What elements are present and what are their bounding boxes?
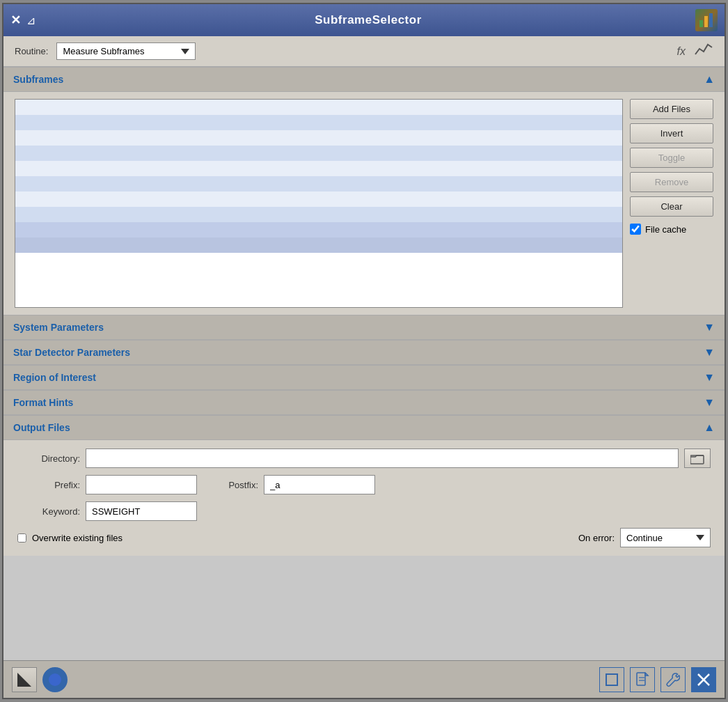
overwrite-checkbox[interactable] (17, 533, 26, 543)
list-item (15, 192, 622, 207)
output-files-arrow: ▲ (704, 421, 715, 434)
file-cache-row: File cache (630, 224, 713, 235)
system-parameters-title: System Parameters (13, 322, 104, 333)
format-hints-title: Format Hints (13, 397, 73, 408)
square-button[interactable] (599, 667, 624, 692)
wrench-button[interactable] (660, 667, 686, 692)
close-button[interactable]: ✕ (10, 13, 21, 28)
routine-select[interactable]: Measure Subframes Output Subframes (56, 42, 196, 60)
window-title: SubframeSelector (41, 13, 695, 27)
star-detector-section-header[interactable]: Star Detector Parameters ▼ (3, 340, 725, 365)
list-item (15, 146, 622, 161)
svg-rect-1 (704, 16, 708, 27)
on-error-label: On error: (578, 533, 615, 543)
postfix-group: Postfix: (216, 475, 375, 494)
svg-rect-0 (699, 20, 703, 27)
region-of-interest-section-header[interactable]: Region of Interest ▼ (3, 365, 725, 390)
list-item (15, 176, 622, 192)
subframes-section-header[interactable]: Subframes ▲ (3, 67, 725, 92)
app-icon (695, 9, 718, 31)
overwrite-label: Overwrite existing files (32, 533, 122, 543)
format-hints-arrow: ▼ (704, 396, 715, 409)
directory-input[interactable] (86, 448, 679, 468)
pin-button[interactable]: ⊿ (26, 14, 35, 27)
system-parameters-section-header[interactable]: System Parameters ▼ (3, 315, 725, 340)
svg-rect-5 (606, 674, 617, 685)
file-cache-checkbox[interactable] (630, 224, 641, 235)
list-item (15, 161, 622, 176)
list-item (15, 100, 622, 115)
keyword-input[interactable] (86, 501, 197, 521)
star-detector-arrow: ▼ (704, 346, 715, 359)
postfix-input[interactable] (264, 475, 375, 494)
record-button[interactable] (42, 667, 68, 692)
output-files-section-header[interactable]: Output Files ▲ (3, 415, 725, 440)
output-files-content: Directory: Prefix: Postfix: (3, 440, 725, 556)
close-expand-button[interactable] (691, 667, 716, 692)
list-item (15, 237, 622, 253)
on-error-select[interactable]: Continue Abort Ask (620, 528, 711, 547)
file-list[interactable] (15, 99, 623, 308)
prefix-label: Prefix: (17, 480, 80, 490)
list-item (15, 130, 622, 146)
overwrite-error-row: Overwrite existing files On error: Conti… (17, 528, 711, 547)
svg-rect-6 (637, 673, 645, 685)
subframes-title: Subframes (13, 74, 63, 85)
arrow-button[interactable] (12, 667, 37, 692)
document-button[interactable] (630, 667, 655, 692)
list-item (15, 207, 622, 222)
prefix-input[interactable] (86, 475, 197, 494)
routine-select-group: Measure Subframes Output Subframes (56, 42, 196, 60)
postfix-label: Postfix: (216, 480, 258, 490)
subframes-buttons: Add Files Invert Toggle Remove Clear Fil… (630, 99, 713, 308)
clear-button[interactable]: Clear (630, 196, 713, 217)
region-of-interest-title: Region of Interest (13, 372, 96, 383)
output-files-title: Output Files (13, 422, 70, 433)
bottom-toolbar (3, 660, 725, 698)
region-of-interest-arrow: ▼ (704, 371, 715, 384)
directory-row: Directory: (17, 448, 711, 468)
toolbar: Routine: Measure Subframes Output Subfra… (3, 36, 725, 67)
list-item (15, 115, 622, 130)
overwrite-left: Overwrite existing files (17, 533, 122, 543)
remove-button[interactable]: Remove (630, 172, 713, 192)
prefix-postfix-row: Prefix: Postfix: (17, 475, 711, 494)
keyword-row: Keyword: (17, 501, 711, 521)
main-window: ✕ ⊿ SubframeSelector Routine: Measure Su… (2, 3, 726, 699)
on-error-group: On error: Continue Abort Ask (578, 528, 711, 547)
add-files-button[interactable]: Add Files (630, 99, 713, 119)
svg-marker-4 (17, 673, 31, 687)
svg-rect-2 (709, 13, 713, 27)
system-parameters-arrow: ▼ (704, 321, 715, 334)
routine-label: Routine: (15, 46, 48, 56)
titlebar: ✕ ⊿ SubframeSelector (3, 4, 725, 36)
directory-label: Directory: (17, 453, 80, 464)
list-item (15, 222, 622, 237)
subframes-content: Add Files Invert Toggle Remove Clear Fil… (3, 92, 725, 315)
fx-button[interactable]: fx (677, 45, 686, 58)
keyword-label: Keyword: (17, 506, 80, 517)
subframes-arrow: ▲ (704, 73, 715, 86)
star-detector-title: Star Detector Parameters (13, 347, 130, 358)
format-hints-section-header[interactable]: Format Hints ▼ (3, 390, 725, 415)
invert-button[interactable]: Invert (630, 123, 713, 143)
bottom-right-buttons (599, 667, 716, 692)
graph-button[interactable] (694, 42, 713, 61)
toggle-button[interactable]: Toggle (630, 148, 713, 168)
main-content: Subframes ▲ Add Files Invert Toggle (3, 67, 725, 660)
file-cache-label: File cache (645, 224, 686, 235)
browse-directory-button[interactable] (684, 448, 711, 468)
